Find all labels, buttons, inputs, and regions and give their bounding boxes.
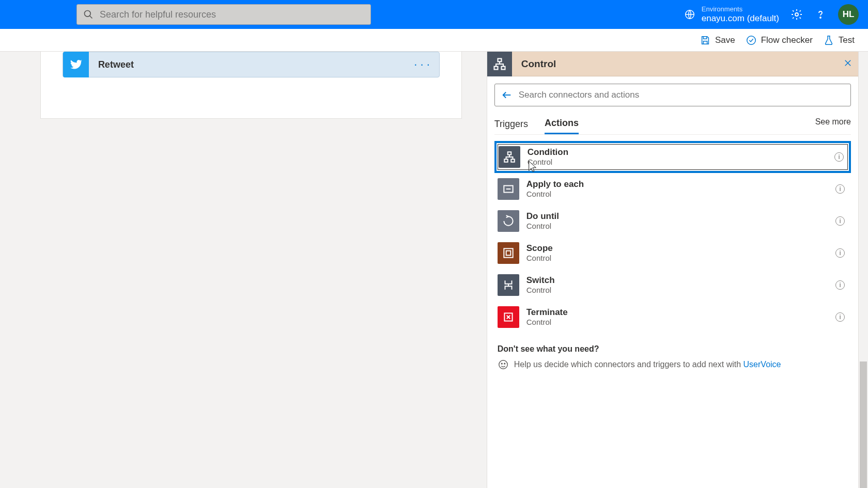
- action-subtitle: Control: [526, 190, 835, 199]
- svg-rect-12: [508, 152, 512, 154]
- see-more-link[interactable]: See more: [815, 117, 851, 131]
- action-icon: [498, 274, 519, 296]
- twitter-icon: [63, 52, 89, 77]
- svg-point-23: [504, 363, 505, 364]
- action-subtitle: Control: [526, 222, 835, 231]
- action-info-button[interactable]: i: [835, 184, 845, 194]
- environment-label: Environments: [702, 5, 779, 13]
- action-name: Apply to each: [526, 179, 835, 190]
- action-name: Switch: [526, 275, 835, 286]
- control-title: Control: [512, 58, 838, 70]
- command-bar: Save Flow checker Test: [0, 29, 868, 52]
- retweet-title: Retweet: [89, 59, 405, 70]
- environment-name: enayu.com (default): [702, 13, 779, 24]
- svg-line-1: [90, 16, 92, 19]
- smile-icon: [498, 359, 509, 370]
- test-label: Test: [839, 35, 855, 45]
- svg-point-5: [747, 36, 755, 44]
- checker-icon: [746, 35, 757, 46]
- action-info-button[interactable]: i: [834, 152, 844, 162]
- flow-checker-label: Flow checker: [761, 35, 813, 45]
- need-help-block: Don't see what you need? Help us decide …: [494, 344, 851, 370]
- action-info-button[interactable]: i: [835, 216, 845, 226]
- workspace: Retweet · · · Control Triggers Actions S…: [0, 52, 868, 488]
- action-info-button[interactable]: i: [835, 280, 845, 290]
- global-search[interactable]: [76, 4, 371, 25]
- back-arrow-icon[interactable]: [501, 89, 513, 101]
- retweet-card[interactable]: Retweet · · ·: [63, 52, 440, 77]
- svg-point-4: [820, 17, 821, 18]
- action-name: Scope: [526, 243, 835, 254]
- card-menu-button[interactable]: · · ·: [405, 58, 439, 71]
- svg-point-0: [85, 11, 91, 17]
- svg-rect-13: [504, 159, 508, 162]
- control-panel: Control Triggers Actions See more Condit…: [487, 52, 859, 488]
- scrollbar-thumb[interactable]: [860, 361, 867, 488]
- action-subtitle: Control: [526, 286, 835, 295]
- action-info-button[interactable]: i: [835, 248, 845, 258]
- save-label: Save: [715, 35, 735, 45]
- global-search-input[interactable]: [100, 9, 364, 20]
- svg-rect-16: [504, 248, 513, 257]
- top-bar: Environments enayu.com (default) HL: [0, 0, 868, 29]
- svg-point-3: [795, 13, 798, 16]
- svg-point-22: [501, 363, 502, 364]
- settings-button[interactable]: [791, 8, 803, 21]
- action-icon: [499, 146, 520, 168]
- svg-rect-7: [494, 66, 498, 69]
- flow-checker-button[interactable]: Flow checker: [746, 35, 813, 46]
- action-name: Condition: [528, 147, 834, 158]
- action-list: ConditionControliApply to eachControliDo…: [494, 141, 851, 333]
- flask-icon: [823, 35, 834, 46]
- action-name: Do until: [526, 211, 835, 222]
- svg-rect-14: [511, 159, 515, 162]
- action-icon: [498, 242, 519, 264]
- action-info-button[interactable]: i: [835, 312, 845, 322]
- action-icon: [498, 306, 519, 328]
- need-help-title: Don't see what you need?: [498, 344, 848, 354]
- left-flow-panel: Retweet · · ·: [40, 52, 462, 119]
- uservoice-link[interactable]: UserVoice: [743, 360, 781, 369]
- control-header: Control: [487, 52, 858, 76]
- save-icon: [700, 35, 711, 46]
- test-button[interactable]: Test: [823, 35, 855, 46]
- action-row-terminate[interactable]: TerminateControli: [494, 301, 851, 333]
- action-row-apply-to-each[interactable]: Apply to eachControli: [494, 173, 851, 205]
- action-row-do-until[interactable]: Do untilControli: [494, 205, 851, 237]
- need-help-text: Help us decide which connectors and trig…: [514, 360, 781, 369]
- action-search[interactable]: [494, 84, 851, 106]
- action-subtitle: Control: [526, 254, 835, 263]
- close-button[interactable]: [838, 57, 858, 71]
- svg-point-21: [499, 360, 508, 369]
- action-search-input[interactable]: [519, 90, 844, 100]
- action-row-switch[interactable]: SwitchControli: [494, 269, 851, 301]
- control-connector-icon: [487, 52, 512, 76]
- svg-rect-8: [501, 66, 505, 69]
- close-icon: [843, 58, 853, 68]
- action-name: Terminate: [526, 307, 835, 318]
- search-icon: [83, 9, 94, 20]
- tabs: Triggers Actions See more: [494, 114, 851, 135]
- action-subtitle: Control: [528, 158, 834, 167]
- svg-rect-17: [506, 251, 510, 256]
- action-row-scope[interactable]: ScopeControli: [494, 237, 851, 269]
- environment-picker[interactable]: Environments enayu.com (default): [684, 5, 779, 24]
- save-button[interactable]: Save: [700, 35, 735, 46]
- gear-icon: [791, 8, 803, 21]
- help-button[interactable]: [814, 8, 827, 21]
- svg-rect-6: [498, 58, 501, 61]
- action-row-condition[interactable]: ConditionControli: [494, 141, 851, 173]
- user-avatar[interactable]: HL: [838, 4, 859, 25]
- action-icon: [498, 210, 519, 232]
- help-icon: [814, 8, 827, 21]
- tab-actions[interactable]: Actions: [545, 114, 579, 134]
- top-right-controls: Environments enayu.com (default) HL: [684, 4, 859, 25]
- tab-triggers[interactable]: Triggers: [494, 115, 528, 134]
- action-subtitle: Control: [526, 318, 835, 327]
- action-icon: [498, 178, 519, 200]
- globe-icon: [684, 9, 695, 20]
